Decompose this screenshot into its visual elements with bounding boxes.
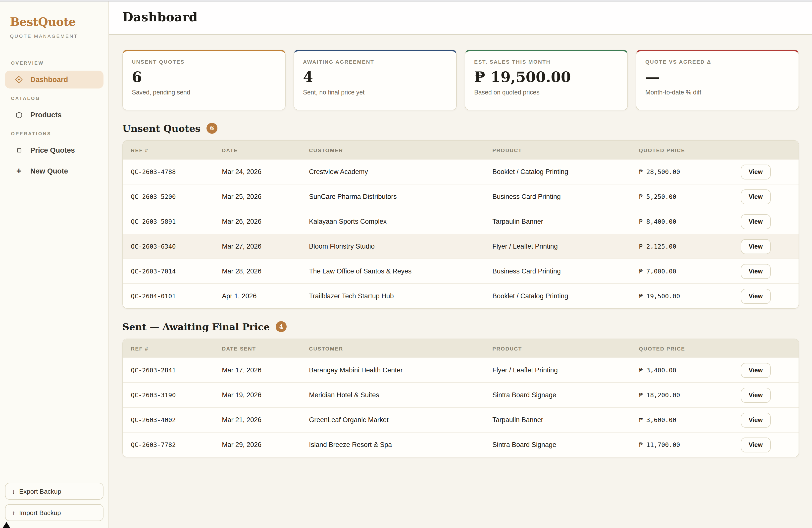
table-row: QC-2603-7782 Mar 29, 2026 Island Breeze … [123, 432, 799, 457]
cell-ref: QC-2603-2841 [131, 366, 222, 374]
cell-actions: View [721, 164, 791, 179]
table-row: QC-2603-5200 Mar 25, 2026 SunCare Pharma… [123, 184, 799, 209]
cell-customer: GreenLeaf Organic Market [309, 416, 492, 424]
cell-actions: View [721, 214, 791, 229]
view-button[interactable]: View [741, 437, 771, 452]
cell-actions: View [721, 239, 791, 254]
stat-card-value: — [645, 69, 789, 86]
cell-customer: Crestview Academy [309, 168, 492, 176]
table-row: QC-2603-6340 Mar 27, 2026 Bloom Floristr… [123, 234, 799, 258]
view-button[interactable]: View [741, 214, 771, 229]
stat-card-value: ₱ 19,500.00 [474, 69, 619, 86]
download-arrow-icon: ↓ [12, 487, 15, 495]
column-header-date: DATE [222, 147, 309, 153]
sidebar-item-products[interactable]: Products [5, 106, 103, 124]
export-backup-button[interactable]: ↓ Export Backup [5, 483, 103, 500]
stat-cards: UNSENT QUOTES 6 Saved, pending send AWAI… [122, 50, 799, 110]
view-button[interactable]: View [741, 412, 771, 427]
import-backup-button[interactable]: ↑ Import Backup [5, 504, 103, 521]
cell-actions: View [721, 289, 791, 303]
table-row: QC-2604-0101 Apr 1, 2026 Trailblazer Tec… [123, 283, 799, 308]
cell-customer: Trailblazer Tech Startup Hub [309, 292, 492, 300]
sidebar-nav: OVERVIEW Dashboard CATALOG [0, 49, 108, 478]
sidebar-item-price-quotes[interactable]: Price Quotes [5, 141, 103, 159]
cell-ref: QC-2603-4002 [131, 416, 222, 424]
cell-date: Mar 21, 2026 [222, 416, 309, 424]
cell-date: Mar 26, 2026 [222, 218, 309, 225]
cell-product: Tarpaulin Banner [492, 416, 639, 424]
cell-price: ₱ 11,700.00 [639, 441, 721, 449]
cell-customer: The Law Office of Santos & Reyes [309, 268, 492, 275]
column-header-price: QUOTED PRICE [639, 345, 721, 351]
column-header-customer: CUSTOMER [309, 147, 492, 153]
view-button[interactable]: View [741, 289, 771, 303]
cell-date: Mar 17, 2026 [222, 366, 309, 374]
view-button[interactable]: View [741, 189, 771, 204]
table-row: QC-2603-7014 Mar 28, 2026 The Law Office… [123, 258, 799, 283]
view-button[interactable]: View [741, 164, 771, 179]
cell-date: Mar 27, 2026 [222, 243, 309, 250]
app-logo: BestQuote [10, 15, 99, 28]
count-badge: 6 [206, 123, 217, 134]
view-button[interactable]: View [741, 264, 771, 279]
cell-customer: Bloom Floristry Studio [309, 243, 492, 250]
unsent-quotes-table: REF # DATE CUSTOMER PRODUCT QUOTED PRICE… [122, 140, 799, 309]
stat-card-subtext: Sent, no final price yet [303, 89, 447, 96]
nav-section-operations: OPERATIONS [11, 131, 98, 136]
stat-card-label: AWAITING AGREEMENT [303, 59, 447, 65]
cell-product: Tarpaulin Banner [492, 218, 639, 225]
hexagon-icon [15, 111, 23, 119]
sidebar-header: BestQuote QUOTE MANAGEMENT [0, 0, 108, 49]
stat-card-label: EST. SALES THIS MONTH [474, 59, 619, 65]
cell-product: Flyer / Leaflet Printing [492, 243, 639, 250]
stat-card-value: 6 [132, 69, 276, 86]
stat-card: EST. SALES THIS MONTH ₱ 19,500.00 Based … [465, 50, 628, 110]
app-window: BestQuote QUOTE MANAGEMENT OVERVIEW Dash… [0, 0, 812, 528]
section-title: Sent — Awaiting Final Price [122, 321, 270, 332]
stat-card-subtext: Month-to-date % diff [645, 89, 789, 96]
cell-actions: View [721, 264, 791, 279]
view-button[interactable]: View [741, 239, 771, 254]
column-header-price: QUOTED PRICE [639, 147, 721, 153]
table-row: QC-2603-3190 Mar 19, 2026 Meridian Hotel… [123, 382, 799, 407]
cell-actions: View [721, 437, 791, 452]
table-header-row: REF # DATE SENT CUSTOMER PRODUCT QUOTED … [123, 339, 799, 358]
table-body: QC-2603-4788 Mar 24, 2026 Crestview Acad… [123, 159, 799, 308]
plus-icon: + [15, 167, 23, 176]
table-row: QC-2603-2841 Mar 17, 2026 Barangay Mabin… [123, 358, 799, 382]
sent-awaiting-table: REF # DATE SENT CUSTOMER PRODUCT QUOTED … [122, 338, 799, 457]
cell-date: Mar 19, 2026 [222, 391, 309, 399]
cell-price: ₱ 18,200.00 [639, 391, 721, 399]
view-button[interactable]: View [741, 388, 771, 403]
stat-card-label: UNSENT QUOTES [132, 59, 276, 65]
cell-date: Mar 24, 2026 [222, 168, 309, 176]
cell-ref: QC-2603-3190 [131, 391, 222, 399]
stat-card: QUOTE VS AGREED Δ — Month-to-date % diff [636, 50, 799, 110]
cell-customer: SunCare Pharma Distributors [309, 193, 492, 200]
view-button[interactable]: View [741, 363, 771, 378]
section-title: Unsent Quotes [122, 123, 201, 134]
sidebar-item-label: New Quote [30, 167, 68, 175]
cell-price: ₱ 3,400.00 [639, 366, 721, 374]
column-header-ref: REF # [131, 345, 222, 351]
cell-ref: QC-2603-5891 [131, 218, 222, 225]
cell-product: Business Card Printing [492, 268, 639, 275]
cell-customer: Meridian Hotel & Suites [309, 391, 492, 399]
cell-product: Booklet / Catalog Printing [492, 168, 639, 176]
cell-price: ₱ 8,400.00 [639, 218, 721, 225]
stat-card-label: QUOTE VS AGREED Δ [645, 59, 789, 65]
sidebar: BestQuote QUOTE MANAGEMENT OVERVIEW Dash… [0, 0, 109, 528]
nav-section-overview: OVERVIEW [11, 60, 98, 66]
sidebar-item-dashboard[interactable]: Dashboard [5, 71, 103, 89]
main-content: UNSENT QUOTES 6 Saved, pending send AWAI… [109, 35, 812, 528]
square-icon [15, 147, 23, 153]
cell-product: Business Card Printing [492, 193, 639, 200]
sidebar-item-new-quote[interactable]: + New Quote [5, 162, 103, 180]
cell-ref: QC-2603-6340 [131, 243, 222, 250]
cell-date: Mar 25, 2026 [222, 193, 309, 200]
column-header-customer: CUSTOMER [309, 345, 492, 351]
column-header-product: PRODUCT [492, 345, 639, 351]
sent-awaiting-heading: Sent — Awaiting Final Price 4 [122, 321, 799, 332]
cell-customer: Kalayaan Sports Complex [309, 218, 492, 225]
stat-card: AWAITING AGREEMENT 4 Sent, no final pric… [293, 50, 457, 110]
